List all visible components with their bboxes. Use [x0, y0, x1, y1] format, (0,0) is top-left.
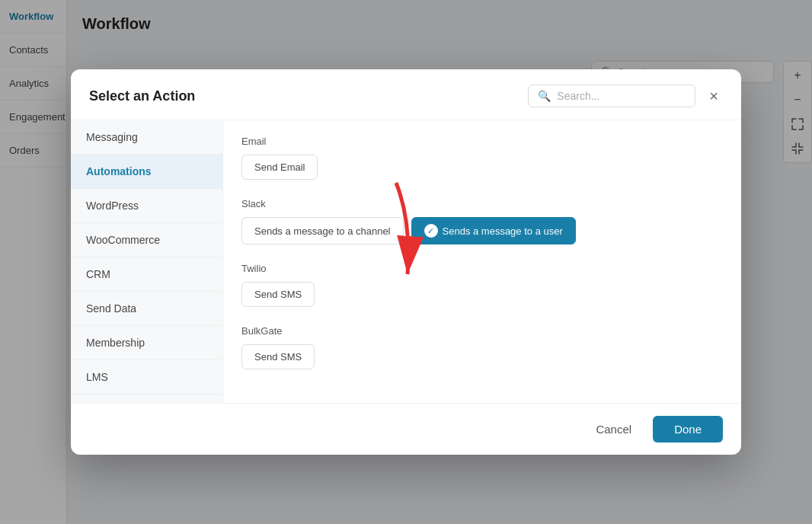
done-button[interactable]: Done: [653, 416, 723, 443]
slack-channel-button[interactable]: Sends a message to a channel: [241, 217, 404, 244]
category-automations[interactable]: Automations: [71, 155, 222, 189]
action-categories-panel: Messaging Automations WordPress WooComme…: [71, 120, 223, 403]
twilio-section-title: Twilio: [241, 263, 723, 274]
bulkgate-actions: Send SMS: [241, 344, 723, 369]
modal-header-right: 🔍 ×: [528, 85, 723, 107]
modal-footer: Cancel Done: [71, 403, 741, 455]
twilio-sms-button[interactable]: Send SMS: [241, 282, 315, 307]
category-crm[interactable]: CRM: [71, 257, 222, 292]
selected-check-icon: ✓: [424, 224, 438, 238]
action-options-panel: Email Send Email Slack Sends a message t…: [223, 120, 741, 403]
modal-search-icon: 🔍: [538, 90, 551, 102]
modal-close-button[interactable]: ×: [705, 87, 723, 105]
modal-search-input[interactable]: [557, 90, 686, 102]
modal-title: Select an Action: [89, 88, 195, 104]
cancel-button[interactable]: Cancel: [583, 416, 644, 443]
email-section-title: Email: [241, 136, 723, 147]
slack-section-title: Slack: [241, 198, 723, 209]
modal-body: Messaging Automations WordPress WooComme…: [71, 120, 741, 403]
twilio-actions: Send SMS: [241, 282, 723, 307]
category-membership[interactable]: Membership: [71, 326, 222, 360]
email-section: Email Send Email: [241, 136, 723, 180]
modal-overlay: Select an Action 🔍 × Messaging Automatio…: [0, 0, 812, 524]
twilio-section: Twilio Send SMS: [241, 263, 723, 307]
category-woocommerce[interactable]: WooCommerce: [71, 223, 222, 257]
category-lms[interactable]: LMS: [71, 360, 222, 395]
select-action-modal: Select an Action 🔍 × Messaging Automatio…: [71, 69, 741, 455]
category-wordpress[interactable]: WordPress: [71, 189, 222, 223]
modal-header: Select an Action 🔍 ×: [71, 69, 741, 120]
category-send-data[interactable]: Send Data: [71, 292, 222, 326]
slack-actions: Sends a message to a channel ✓ Sends a m…: [241, 217, 723, 244]
slack-section: Slack Sends a message to a channel ✓ Sen…: [241, 198, 723, 244]
bulkgate-section-title: BulkGate: [241, 325, 723, 337]
bulkgate-section: BulkGate Send SMS: [241, 325, 723, 369]
send-email-button[interactable]: Send Email: [241, 155, 318, 180]
category-messaging[interactable]: Messaging: [71, 120, 222, 155]
modal-search-wrap[interactable]: 🔍: [528, 85, 695, 107]
slack-user-button[interactable]: ✓ Sends a message to a user: [411, 217, 576, 244]
bulkgate-sms-button[interactable]: Send SMS: [241, 344, 315, 369]
email-actions: Send Email: [241, 155, 723, 180]
